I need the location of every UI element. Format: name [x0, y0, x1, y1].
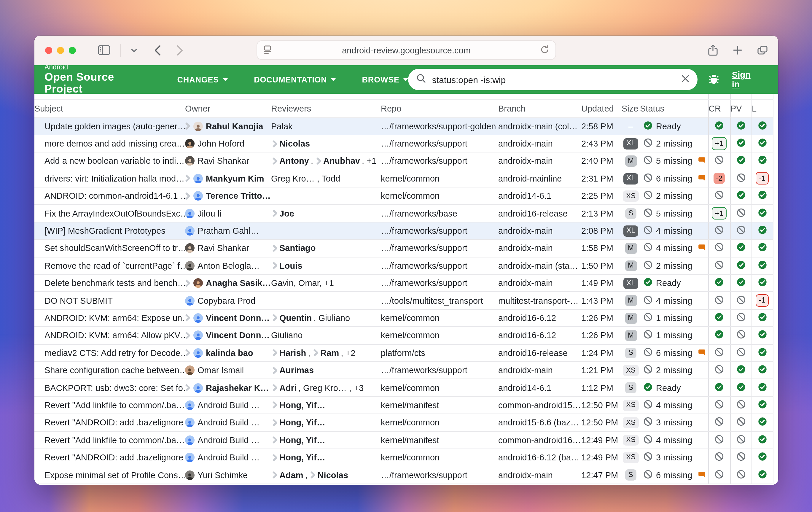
attention-icon: [272, 245, 278, 252]
change-branch: android14-6.1: [498, 187, 581, 205]
sign-in-link[interactable]: Sign in: [732, 70, 760, 89]
share-button[interactable]: [708, 45, 718, 56]
avatar: [193, 174, 203, 183]
table-row[interactable]: Revert "ANDROID: add .bazelignore …Andro…: [34, 414, 773, 431]
status-blocked-icon: [643, 243, 652, 254]
table-row[interactable]: Add a new boolean variable to indi…Ravi …: [34, 152, 773, 170]
change-size: M: [621, 239, 640, 257]
status-blocked-icon: [643, 295, 652, 306]
app-logo[interactable]: Android Open Source Project: [45, 64, 155, 95]
gap-cell: [730, 94, 752, 99]
table-row[interactable]: Update golden images (auto-gener…Rahul K…: [34, 117, 773, 135]
table-row[interactable]: Revert "ANDROID: add .bazelignore …Andro…: [34, 449, 773, 466]
avatar: [193, 121, 203, 131]
table-row[interactable]: Set shouldScanWithScreenOff to tr…Ravi S…: [34, 239, 773, 257]
change-repo: kernel/manifest: [381, 431, 498, 449]
back-button[interactable]: [154, 45, 161, 55]
table-row[interactable]: ANDROID: KVM: arm64: Allow pKV…Vincent D…: [34, 326, 773, 344]
table-row[interactable]: more demos and add missing crea…John Hof…: [34, 135, 773, 152]
url-text: android-review.googlesource.com: [342, 46, 471, 55]
table-row[interactable]: ANDROID: KVM: arm64: Expose un…Vincent D…: [34, 309, 773, 327]
reviewer-name: Aurimas: [279, 366, 314, 375]
forward-button[interactable]: [177, 45, 183, 55]
size-badge: M: [625, 243, 637, 254]
reviewers-cell: Hong, Yif…: [271, 435, 381, 445]
clear-search-icon[interactable]: [682, 74, 689, 85]
gap-cell: [752, 94, 773, 99]
blocked-icon: [715, 192, 724, 201]
browser-window: android-review.googlesource.com: [34, 36, 778, 485]
minimize-window-button[interactable]: [57, 47, 64, 54]
search-bar[interactable]: [408, 69, 698, 90]
attention-icon: [185, 279, 191, 287]
change-subject: Revert "ANDROID: add .bazelignore …: [34, 414, 185, 431]
table-row[interactable]: Remove the read of `currentPage` f…Anton…: [34, 257, 773, 275]
table-row[interactable]: ANDROID: common-android14-6.1 …Terence T…: [34, 187, 773, 205]
vote-l: [752, 379, 773, 397]
approved-check-icon: [736, 383, 745, 393]
size-badge: S: [626, 208, 636, 219]
new-tab-button[interactable]: [733, 46, 742, 55]
table-row[interactable]: Fix the ArrayIndexOutOfBoundsExc…Jilou l…: [34, 205, 773, 222]
change-owner: Android Build …: [185, 449, 271, 466]
tab-overview-button[interactable]: [757, 46, 767, 55]
vote-cr: [708, 344, 730, 362]
caret-down-icon: [404, 78, 408, 81]
change-status: 3 missing: [640, 414, 708, 431]
reviewer-name: Hong, Yif…: [279, 400, 325, 410]
reviewers-cell: Greg Kro… , Todd: [271, 174, 381, 183]
vote-pv: [730, 152, 752, 170]
menu-changes[interactable]: CHANGES: [177, 75, 228, 84]
search-input[interactable]: [432, 75, 675, 85]
menu-browse[interactable]: BROWSE: [362, 75, 408, 84]
change-size: –: [621, 117, 640, 135]
table-row[interactable]: BACKPORT: usb: dwc3: core: Set fo…Rajash…: [34, 379, 773, 397]
change-subject: more demos and add missing crea…: [34, 135, 185, 152]
change-subject: ANDROID: KVM: arm64: Expose un…: [34, 309, 185, 327]
sidebar-icon[interactable]: [98, 45, 110, 55]
table-row[interactable]: [WIP] MeshGradient PrototypesPratham Gah…: [34, 222, 773, 240]
change-reviewers: Hong, Yif…: [271, 431, 381, 449]
change-reviewers: Louis: [271, 257, 381, 275]
table-row[interactable]: drivers: virt: Initialization halla mod……: [34, 170, 773, 187]
reload-icon[interactable]: [541, 45, 549, 55]
size-badge: XS: [623, 191, 639, 202]
approved-check-icon: [736, 244, 745, 254]
address-bar[interactable]: android-review.googlesource.com: [257, 40, 556, 60]
change-reviewers: Greg Kro… , Todd: [271, 170, 381, 187]
change-repo: kernel/common: [381, 326, 498, 344]
blocked-icon: [715, 157, 724, 166]
column-header-l: L: [752, 99, 773, 117]
change-owner: Pratham Gahl…: [185, 222, 271, 240]
reader-mode-icon[interactable]: [264, 45, 271, 55]
table-row[interactable]: mediav2 CTS: Add retry for Decode…kalind…: [34, 344, 773, 362]
status-cell: 6 missing: [640, 173, 708, 184]
table-row[interactable]: Revert "Add linkfile to common/.ba…Andro…: [34, 397, 773, 414]
comment-flag-icon: [698, 244, 705, 253]
attention-icon: [311, 471, 316, 479]
change-updated: 1:12 PM: [581, 379, 621, 397]
report-bug-icon[interactable]: [708, 74, 720, 85]
browser-titlebar: android-review.googlesource.com: [34, 36, 778, 65]
table-row[interactable]: DO NOT SUBMITCopybara Prod…/tools/multit…: [34, 292, 773, 309]
table-row[interactable]: Share configuration cache between…Omar I…: [34, 362, 773, 379]
approved-check-icon: [758, 262, 766, 271]
chevron-down-icon[interactable]: [131, 48, 137, 52]
status-cell: 2 missing: [640, 365, 708, 375]
approved-check-icon: [758, 279, 766, 288]
change-updated: 1:24 PM: [581, 344, 621, 362]
table-row[interactable]: Revert "Add linkfile to common/.ba…Andro…: [34, 431, 773, 449]
vote-l: [752, 309, 773, 327]
gap-cell: [708, 94, 730, 99]
vote-pv: [730, 344, 752, 362]
change-branch: android16-release: [498, 205, 581, 222]
table-row[interactable]: Expose minimal set of Profile Cons…Yuri …: [34, 466, 773, 484]
table-row[interactable]: Delete benchmark tests and bench…Anagha …: [34, 275, 773, 292]
size-badge: S: [626, 382, 636, 394]
blocked-icon: [736, 227, 745, 236]
reviewer-name: Greg Kro… , Todd: [271, 174, 340, 183]
menu-documentation[interactable]: DOCUMENTATION: [254, 75, 336, 84]
close-window-button[interactable]: [45, 47, 52, 54]
zoom-window-button[interactable]: [69, 47, 76, 54]
change-status: 6 missing: [640, 466, 708, 484]
